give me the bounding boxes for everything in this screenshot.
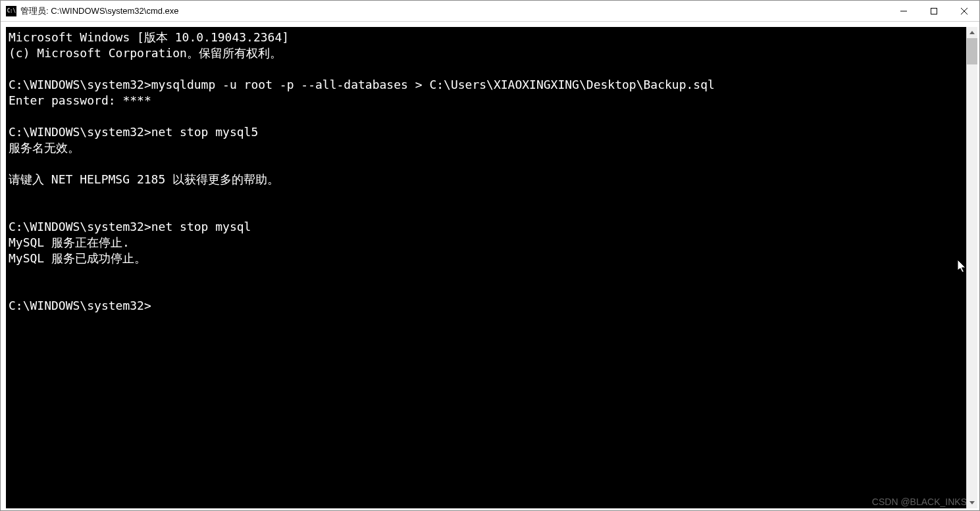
vertical-scrollbar[interactable]	[966, 27, 977, 508]
close-button[interactable]	[949, 1, 979, 22]
scroll-thumb[interactable]	[967, 38, 977, 64]
minimize-button[interactable]	[889, 1, 919, 22]
terminal-output[interactable]: Microsoft Windows [版本 10.0.19043.2364] (…	[6, 27, 966, 508]
titlebar[interactable]: C:\ 管理员: C:\WINDOWS\system32\cmd.exe	[1, 1, 979, 22]
cmd-icon: C:\	[6, 6, 16, 16]
terminal-container: Microsoft Windows [版本 10.0.19043.2364] (…	[1, 22, 979, 510]
svg-rect-1	[931, 9, 937, 14]
maximize-button[interactable]	[919, 1, 949, 22]
scroll-track[interactable]	[967, 38, 977, 497]
scroll-down-button[interactable]	[967, 497, 977, 508]
cmd-window: C:\ 管理员: C:\WINDOWS\system32\cmd.exe Mic…	[0, 0, 980, 511]
window-title: 管理员: C:\WINDOWS\system32\cmd.exe	[20, 5, 889, 17]
scroll-up-button[interactable]	[967, 27, 977, 38]
window-controls	[889, 1, 979, 21]
